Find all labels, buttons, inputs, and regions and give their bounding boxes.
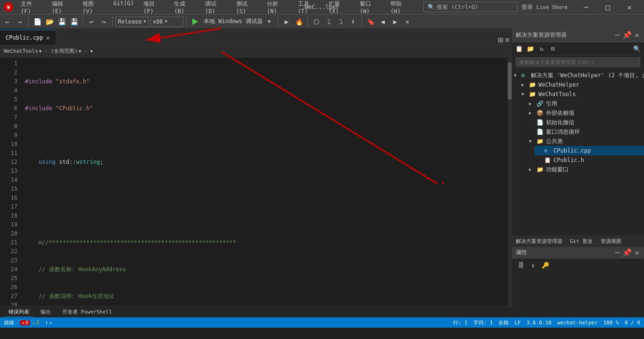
hot-reload-button[interactable]: 🔥 [293, 16, 305, 27]
prop-pages-btn[interactable]: 🔑 [540, 260, 551, 270]
step-button[interactable]: ⤵ [323, 16, 334, 27]
context-dropdown[interactable]: WeChatTools ▼ [4, 48, 41, 54]
tree-item-public-class[interactable]: ▼ 📁 公共类 [527, 137, 644, 146]
sol-collapse-button[interactable]: ⊟ [548, 44, 558, 54]
dropdown-arrow-button[interactable]: ▼ [264, 16, 275, 27]
sol-search-button[interactable]: 🔍 [632, 44, 642, 54]
sol-show-files-button[interactable]: 📁 [525, 44, 536, 54]
context-label: WeChatTools [4, 48, 38, 54]
props-pin-btn[interactable]: 📌 [621, 248, 633, 257]
menu-help[interactable]: 帮助(H) [387, 0, 416, 16]
minimize-button[interactable]: ─ [575, 0, 597, 14]
editor-content: 1 2 3 4 5 6 7 8 9 10 11 12 13 14 15 16 1… [0, 57, 512, 306]
attach-button[interactable]: ▶ [281, 16, 292, 27]
save-button[interactable]: 💾 [56, 16, 67, 27]
platform-label: x86 [153, 18, 163, 25]
next-bookmark-button[interactable]: ▶ [389, 16, 401, 27]
live-share[interactable]: Live Share [537, 4, 568, 10]
warning-badge: ⚠ 2 [32, 320, 39, 326]
sol-properties-button[interactable]: 📋 [514, 44, 524, 54]
app-logo: W [4, 2, 13, 12]
tree-item-cpublic-cpp[interactable]: ⚙ CPublic.cpp [535, 146, 644, 155]
props-collapse-btn[interactable]: ─ [614, 248, 621, 257]
panel-collapse-button[interactable]: ─ [614, 31, 621, 40]
sol-tab-git[interactable]: Git 更改 [566, 237, 597, 246]
sol-tab-solution[interactable]: 解决方案资源管理器 [512, 237, 566, 246]
tree-item-cpublic-h[interactable]: 📋 CPublic.h [535, 155, 644, 165]
function-dropdown[interactable]: ▼ [90, 49, 92, 54]
tab-more-button[interactable]: ≡ [505, 35, 510, 44]
prev-bookmark-button[interactable]: ◀ [377, 16, 388, 27]
new-project-button[interactable]: 📄 [32, 16, 43, 27]
menu-debug[interactable]: 调试(D) [201, 0, 231, 16]
panel-pin-button[interactable]: 📌 [621, 31, 633, 40]
menu-analyze[interactable]: 分析(N) [263, 0, 292, 16]
configuration-dropdown[interactable]: Release ▼ [116, 16, 149, 27]
nav-up-button[interactable]: ↑ [45, 320, 48, 326]
clear-bookmarks-button[interactable]: ✕ [402, 16, 413, 27]
close-button[interactable]: ✕ [619, 0, 640, 14]
run-label[interactable]: 本地 Windows 调试器 [204, 17, 263, 25]
right-panel: 解决方案资源管理器 ─ 📌 ✕ 📋 📁 ↻ ⊟ 🔍 ▼ ⊞ 解决方案 [512, 28, 644, 317]
bottom-tab-errors[interactable]: 错误列表 [4, 307, 34, 317]
line-num: 10 [0, 140, 17, 149]
tree-item-wechattools[interactable]: ▼ 📁 WeChatTools [520, 89, 644, 99]
sol-tab-resources[interactable]: 资源视图 [597, 237, 625, 246]
properties-title: 属性 [516, 249, 614, 257]
platform-dropdown[interactable]: x86 ▼ [150, 16, 183, 27]
scope-dropdown[interactable]: (全局范围) ▼ [51, 48, 82, 55]
menu-window[interactable]: 窗口(W) [356, 0, 385, 16]
bookmark-button[interactable]: 🔖 [365, 16, 376, 27]
tab-pin-button[interactable]: ⊞ [498, 35, 504, 45]
maximize-button[interactable]: □ [597, 0, 619, 14]
open-button[interactable]: 📂 [44, 16, 55, 27]
editor-scrollbar[interactable] [508, 57, 512, 306]
menu-view[interactable]: 视图(V) [79, 0, 108, 16]
line-num: 22 [0, 247, 17, 256]
props-close-btn[interactable]: ✕ [634, 248, 640, 257]
line-num: 25 [0, 274, 17, 283]
user-login[interactable]: 登录 [521, 3, 533, 11]
prop-alphabetical-btn[interactable]: ↕ [528, 260, 538, 270]
scroll-thumb[interactable] [508, 62, 512, 100]
menu-test[interactable]: 测试(S) [232, 0, 262, 16]
step-over-button[interactable]: ⤵ [335, 16, 347, 27]
undo-button[interactable]: ↩ [86, 16, 97, 27]
menu-build[interactable]: 生成(B) [170, 0, 199, 16]
forward-button[interactable]: → [14, 16, 25, 27]
sol-panel-bottom-tabs: 解决方案资源管理器 Git 更改 资源视图 [512, 235, 644, 247]
tree-item-references[interactable]: ▶ 🔗 引用 [527, 99, 644, 108]
redo-button[interactable]: ↪ [98, 16, 109, 27]
panel-close-button[interactable]: ✕ [634, 31, 640, 40]
solution-search-input[interactable] [516, 57, 640, 67]
code-editor[interactable]: #include "stdafx.h" #include "CPublic.h"… [21, 57, 508, 306]
sol-refresh-button[interactable]: ↻ [537, 44, 547, 54]
tree-item-external-deps[interactable]: ▶ 📦 外部依赖项 [527, 108, 644, 118]
back-button[interactable]: ← [2, 16, 13, 27]
line-num: 8 [0, 122, 17, 131]
context-arrow: ▼ [39, 49, 41, 54]
save-all-button[interactable]: 💾 [68, 16, 80, 27]
run-button[interactable] [190, 16, 201, 27]
menu-edit[interactable]: 编辑(E) [48, 0, 77, 16]
breakpoint-button[interactable]: ⬡ [311, 16, 322, 27]
tree-item-wechathelper[interactable]: ▶ 📁 WeChatHelper [520, 80, 644, 89]
step-out-button[interactable]: ⬆ [347, 16, 359, 27]
nav-down-button[interactable]: ↓ [49, 320, 52, 326]
msg-loop-label: 窗口消息循环 [546, 128, 580, 136]
tree-item-feature-window[interactable]: ▶ 📁 功能窗口 [527, 165, 644, 174]
tree-item-solution[interactable]: ▼ ⊞ 解决方案 'WeChatHelper' (2 个项目, 共 2) [512, 71, 644, 80]
tab-bar-actions: ⊞ ≡ [498, 35, 512, 45]
tree-item-msg-loop[interactable]: 📄 窗口消息循环 [527, 127, 644, 137]
bottom-tab-output[interactable]: 输出 [36, 307, 56, 317]
editor-tab-cpubliccpp[interactable]: CPublic.cpp ✕ [0, 30, 56, 45]
menu-file[interactable]: 文件(F) [17, 0, 46, 16]
menu-git[interactable]: Git(G) [110, 0, 138, 16]
menu-project[interactable]: 项目(P) [140, 0, 169, 16]
toolbar-separator-4 [186, 17, 187, 26]
tab-close-button[interactable]: ✕ [46, 34, 50, 41]
bottom-tab-powershell[interactable]: 开发者 PowerShell [58, 307, 117, 317]
tree-item-init-wechat[interactable]: 📄 初始化微信 [527, 118, 644, 127]
prop-categorized-btn[interactable]: 🗄 [516, 260, 526, 270]
init-wechat-label: 初始化微信 [546, 119, 574, 127]
